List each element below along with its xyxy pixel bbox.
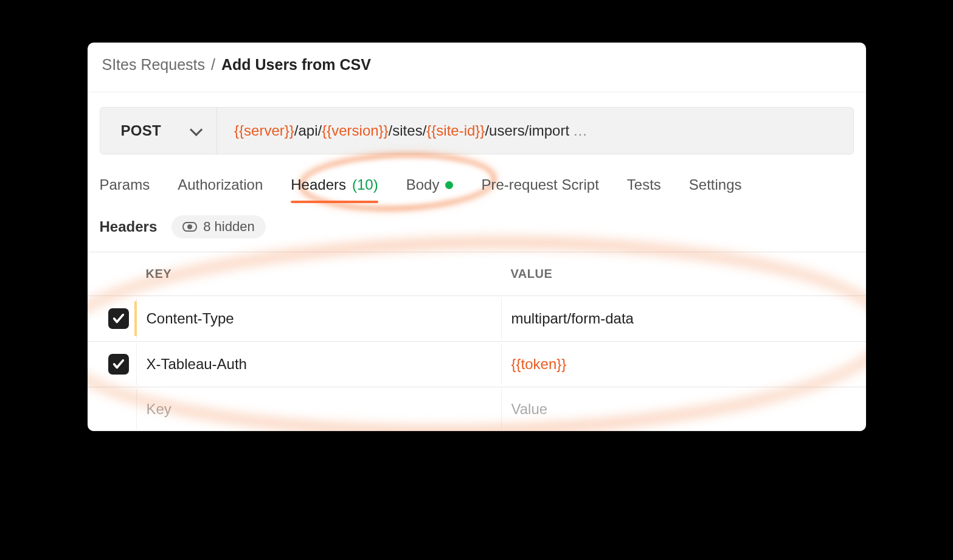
tab-bar: Params Authorization Headers (10) Body P… xyxy=(88,154,866,203)
url-text: /users/import xyxy=(485,122,569,139)
header-value-var: {{token}} xyxy=(511,356,567,372)
tab-headers[interactable]: Headers (10) xyxy=(291,169,378,203)
table-row-placeholder: Key Value xyxy=(88,387,866,431)
breadcrumb-separator: / xyxy=(211,56,215,74)
headers-subheader: Headers 8 hidden xyxy=(88,203,866,252)
tab-prereq[interactable]: Pre-request Script xyxy=(481,169,598,203)
tab-body[interactable]: Body xyxy=(406,169,454,203)
tab-headers-count: (10) xyxy=(352,176,378,193)
tab-body-label: Body xyxy=(406,176,440,193)
header-value-cell[interactable]: multipart/form-data xyxy=(501,298,866,339)
hidden-headers-toggle[interactable]: 8 hidden xyxy=(172,215,265,238)
header-key-cell[interactable]: Content-Type xyxy=(136,298,501,339)
tab-params[interactable]: Params xyxy=(100,169,150,203)
header-value-placeholder[interactable]: Value xyxy=(501,389,866,430)
url-var: {{site-id}} xyxy=(426,122,485,139)
enable-cell-empty xyxy=(88,397,136,421)
table-header-value: VALUE xyxy=(501,255,866,293)
table-header-blank xyxy=(88,262,136,286)
chevron-down-icon xyxy=(190,123,203,136)
headers-table: KEY VALUE Content-Type multipart/form-da… xyxy=(88,252,866,431)
header-key-cell[interactable]: X-Tableau-Auth xyxy=(136,344,501,385)
breadcrumb-parent[interactable]: SItes Requests xyxy=(102,56,206,74)
header-value-cell[interactable]: {{token}} xyxy=(501,344,866,385)
header-key-placeholder[interactable]: Key xyxy=(136,389,501,430)
enable-cell xyxy=(88,296,136,341)
tab-auth-label: Authorization xyxy=(178,176,263,193)
enable-cell xyxy=(88,342,136,387)
url-input[interactable]: {{server}} /api/ {{version}} /sites/ {{s… xyxy=(217,108,587,154)
breadcrumb: SItes Requests / Add Users from CSV xyxy=(88,43,866,92)
request-row: POST {{server}} /api/ {{version}} /sites… xyxy=(100,107,854,154)
url-truncated: … xyxy=(573,122,587,139)
method-label: POST xyxy=(121,122,162,139)
table-row: Content-Type multipart/form-data xyxy=(88,296,866,342)
method-select[interactable]: POST xyxy=(100,108,218,154)
tab-tests[interactable]: Tests xyxy=(627,169,661,203)
tab-params-label: Params xyxy=(100,176,150,193)
tab-auth[interactable]: Authorization xyxy=(178,169,263,203)
enable-checkbox[interactable] xyxy=(108,308,129,329)
dot-indicator-icon xyxy=(445,181,453,189)
tab-settings-label: Settings xyxy=(689,176,742,193)
table-header-key: KEY xyxy=(136,255,501,293)
url-text: /api/ xyxy=(294,122,322,139)
request-panel: SItes Requests / Add Users from CSV POST… xyxy=(88,43,866,431)
hidden-headers-text: 8 hidden xyxy=(203,219,254,235)
check-icon xyxy=(112,358,125,371)
url-var: {{server}} xyxy=(234,122,294,139)
url-text: /sites/ xyxy=(389,122,427,139)
tab-headers-label: Headers xyxy=(291,176,346,193)
tab-settings[interactable]: Settings xyxy=(689,169,742,203)
tab-tests-label: Tests xyxy=(627,176,661,193)
headers-subheader-label: Headers xyxy=(100,218,158,235)
table-row: X-Tableau-Auth {{token}} xyxy=(88,342,866,387)
enable-checkbox[interactable] xyxy=(108,354,129,375)
breadcrumb-title: Add Users from CSV xyxy=(221,56,371,74)
request-bar: POST {{server}} /api/ {{version}} /sites… xyxy=(88,92,866,154)
headers-table-wrap: KEY VALUE Content-Type multipart/form-da… xyxy=(88,252,866,431)
tab-prereq-label: Pre-request Script xyxy=(481,176,598,193)
check-icon xyxy=(112,312,125,325)
table-header-row: KEY VALUE xyxy=(88,252,866,296)
url-var: {{version}} xyxy=(322,122,388,139)
eye-icon xyxy=(182,222,197,232)
